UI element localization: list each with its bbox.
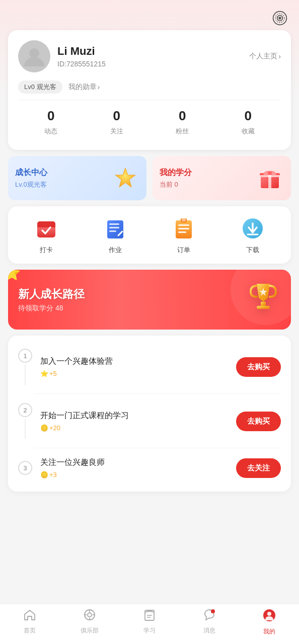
svg-point-44 xyxy=(267,612,271,616)
svg-rect-16 xyxy=(107,220,123,238)
task-number-2: 2 xyxy=(18,403,32,417)
score-card-title: 我的学分 xyxy=(160,168,192,178)
task-item-2: 2 开始一门正式课程的学习 🪙 +20 去购买 xyxy=(8,394,291,448)
stat-guanzhu[interactable]: 0 关注 xyxy=(110,108,123,136)
study-label: 学习 xyxy=(143,626,156,635)
svg-point-34 xyxy=(88,613,92,617)
task-item-1: 1 加入一个兴趣体验营 ⭐ +5 去购买 xyxy=(8,340,291,394)
mine-label: 我的 xyxy=(263,627,275,636)
nav-home[interactable]: 首页 xyxy=(15,608,45,636)
svg-rect-31 xyxy=(257,306,270,309)
home-icon xyxy=(23,608,36,624)
daka-label: 打卡 xyxy=(40,246,53,255)
xiazai-icon xyxy=(240,215,266,242)
task-points-3: 🪙 +3 xyxy=(40,471,236,478)
task-list: 1 加入一个兴趣体验营 ⭐ +5 去购买 2 开始一门正式课程的学习 🪙 xyxy=(8,336,291,492)
svg-point-4 xyxy=(29,48,39,58)
xiazai-label: 下载 xyxy=(246,246,259,255)
nav-club[interactable]: 俱乐部 xyxy=(74,608,105,636)
task-connector-2 xyxy=(25,419,26,439)
stat-dongtai[interactable]: 0 动态 xyxy=(44,108,57,136)
task-item-3: 3 关注一位兴趣良师 🪙 +3 去关注 xyxy=(8,448,291,488)
cards-row: 成长中心 Lv.0观光客 我的学分 当前 xyxy=(8,156,291,200)
action-daka[interactable]: 打卡 xyxy=(33,215,59,255)
mine-icon xyxy=(262,608,276,625)
action-dingdan[interactable]: 订单 xyxy=(171,215,197,255)
svg-rect-23 xyxy=(178,228,189,229)
stat-shoucang[interactable]: 0 收藏 xyxy=(242,108,255,136)
profile-badges: Lv0 观光客 我的勋章 › xyxy=(18,80,281,94)
medal-link[interactable]: 我的勋章 › xyxy=(68,83,100,92)
stat-fensi[interactable]: 0 粉丝 xyxy=(176,108,189,136)
gift-icon xyxy=(256,164,284,192)
svg-rect-19 xyxy=(109,230,116,232)
homepage-link[interactable]: 个人主页 › xyxy=(249,52,281,61)
task-content-3: 关注一位兴趣良师 🪙 +3 xyxy=(40,457,236,478)
svg-rect-22 xyxy=(178,224,189,226)
club-label: 俱乐部 xyxy=(81,626,99,635)
action-xiazai[interactable]: 下载 xyxy=(240,215,266,255)
profile-name: Li Muzi xyxy=(57,45,249,58)
quick-actions: 打卡 xyxy=(8,206,291,264)
study-icon xyxy=(143,608,156,624)
profile-id: ID:7285551215 xyxy=(57,60,249,68)
svg-rect-15 xyxy=(37,225,55,227)
svg-rect-30 xyxy=(261,302,266,306)
action-zuoye[interactable]: 作业 xyxy=(102,215,128,255)
growth-star-icon xyxy=(111,164,139,192)
nav-study[interactable]: 学习 xyxy=(134,608,165,636)
svg-rect-17 xyxy=(109,223,119,225)
task-title-1: 加入一个兴趣体验营 xyxy=(40,356,236,367)
svg-rect-9 xyxy=(260,175,280,177)
task-number-3: 3 xyxy=(18,461,32,475)
svg-point-2 xyxy=(279,17,281,19)
growth-card-sub: Lv.0观光客 xyxy=(15,180,47,189)
dingdan-icon xyxy=(171,215,197,242)
trophy-icon xyxy=(246,279,281,320)
growth-path-title: 新人成长路径 xyxy=(18,287,85,302)
daka-icon xyxy=(33,215,59,242)
dingdan-label: 订单 xyxy=(177,246,190,255)
zuoye-label: 作业 xyxy=(109,246,122,255)
growth-card-title: 成长中心 xyxy=(15,168,47,178)
svg-marker-5 xyxy=(115,168,135,187)
task-content-2: 开始一门正式课程的学习 🪙 +20 xyxy=(40,411,236,432)
task-btn-2[interactable]: 去购买 xyxy=(236,412,281,431)
message-icon xyxy=(203,608,216,624)
svg-point-12 xyxy=(268,171,272,175)
svg-point-42 xyxy=(211,609,215,613)
svg-rect-26 xyxy=(182,218,186,221)
task-connector-1 xyxy=(25,365,26,385)
task-title-3: 关注一位兴趣良师 xyxy=(40,457,236,468)
score-card-sub: 当前 0 xyxy=(160,180,192,189)
home-label: 首页 xyxy=(24,626,36,635)
task-title-2: 开始一门正式课程的学习 xyxy=(40,411,236,421)
task-points-2: 🪙 +20 xyxy=(40,424,236,432)
banner-star-icon: ⭐ xyxy=(8,270,21,281)
zuoye-icon xyxy=(102,215,128,242)
score-card[interactable]: 我的学分 当前 0 xyxy=(153,156,291,200)
bottom-nav: 首页 俱乐部 学习 xyxy=(0,604,299,644)
task-btn-1[interactable]: 去购买 xyxy=(236,357,281,377)
nav-mine[interactable]: 我的 xyxy=(254,608,284,636)
task-number-1: 1 xyxy=(18,349,32,363)
task-points-1: ⭐ +5 xyxy=(40,370,236,377)
avatar[interactable] xyxy=(18,40,50,72)
task-btn-3[interactable]: 去关注 xyxy=(236,458,281,478)
growth-path-sub: 待领取学分 48 xyxy=(18,304,85,313)
task-content-1: 加入一个兴趣体验营 ⭐ +5 xyxy=(40,356,236,377)
club-icon xyxy=(83,608,96,624)
profile-card: Li Muzi ID:7285551215 个人主页 › Lv0 观光客 我的勋… xyxy=(8,30,291,150)
growth-card[interactable]: 成长中心 Lv.0观光客 xyxy=(8,156,146,200)
level-badge: Lv0 观光客 xyxy=(18,80,62,94)
growth-path-banner[interactable]: ⭐ 新人成长路径 待领取学分 48 xyxy=(8,270,291,330)
svg-rect-24 xyxy=(178,231,186,233)
message-label: 消息 xyxy=(203,626,215,635)
svg-rect-18 xyxy=(109,227,119,228)
camera-icon[interactable] xyxy=(271,9,289,27)
stats-row: 0 动态 0 关注 0 粉丝 0 收藏 xyxy=(18,100,281,138)
nav-message[interactable]: 消息 xyxy=(194,608,225,636)
